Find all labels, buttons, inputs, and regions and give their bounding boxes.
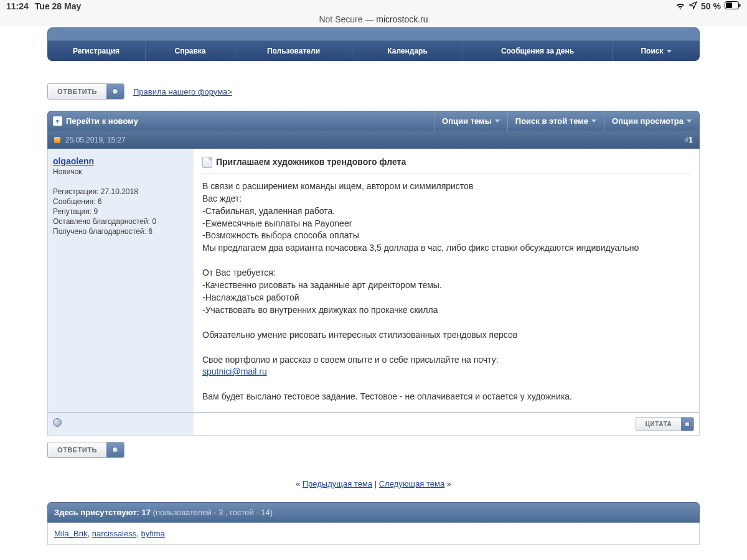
nav-registration[interactable]: Регистрация [47,41,146,61]
svg-rect-2 [740,4,741,7]
post-title: Приглашаем художников трендового флета [216,156,406,169]
nav-help[interactable]: Справка [146,41,235,61]
nav-calendar[interactable]: Календарь [352,41,463,61]
presence-header: Здесь присутствуют: 17 (пользователей - … [47,502,700,523]
circle-icon [112,88,118,95]
main-nav: Регистрация Справка Пользователи Календа… [47,41,700,61]
reply-button[interactable]: ОТВЕТИТЬ [47,83,125,100]
presence-users: Mila_Brik, narcissaless, byfima [47,523,700,545]
ipad-status-bar: 11:24 Tue 28 May 50 % [0,0,747,12]
quote-button[interactable]: ЦИТАТА [636,417,694,431]
contact-email-link[interactable]: sputnici@mail.ru [202,366,267,376]
user-registration: Регистрация: 27.10.2018 [53,187,189,196]
post-content: В связи с расширением команды ищем, авто… [202,180,690,403]
thread-toolbar: ▾ Перейти к новому Опции темы Поиск в эт… [47,111,700,131]
circle-icon [112,447,118,453]
browser-url-bar[interactable]: Not Secure — microstock.ru [0,12,747,26]
url-domain: microstock.ru [376,14,428,24]
user-reputation: Репутация: 9 [53,207,189,216]
prev-thread-link[interactable]: Предыдущая тема [303,479,372,488]
goto-new-button[interactable]: ▾ Перейти к новому [48,111,434,131]
user-thanks-given: Оставлено благодарностей: 0 [53,217,189,226]
document-icon [202,157,212,168]
location-icon [689,1,697,11]
battery-icon [725,1,741,11]
user-thanks-received: Получено благодарностей: 6 [53,227,189,236]
svg-rect-1 [726,2,732,8]
forum-header-stripe [47,27,700,41]
status-time: 11:24 [6,1,29,11]
forum-rules-link[interactable]: Правила нашего форума> [133,87,232,96]
battery-pct: 50 % [701,1,721,11]
chevron-down-icon [667,50,672,53]
nav-search[interactable]: Поиск [613,41,700,61]
thread-navigation: « Предыдущая тема | Следующая тема » [47,479,700,488]
post-permalink[interactable]: #1 [685,136,693,144]
presence-user-link[interactable]: byfima [141,529,164,538]
search-in-thread-menu[interactable]: Поиск в этой теме [507,111,604,131]
quote-icon [685,422,690,427]
nav-daily-posts[interactable]: Сообщения за день [463,41,613,61]
reply-button-bottom[interactable]: ОТВЕТИТЬ [47,442,125,458]
goto-new-icon: ▾ [53,116,62,126]
unread-indicator-icon [54,137,60,143]
username-link[interactable]: olgaolenn [53,156,94,166]
presence-user-link[interactable]: Mila_Brik [54,529,87,538]
user-offline-icon [53,418,62,427]
chevron-down-icon [591,119,596,123]
post-body: olgaolenn Новичок Регистрация: 27.10.201… [47,149,700,413]
view-options-menu[interactable]: Опции просмотра [604,111,699,131]
user-rank: Новичок [53,167,189,176]
reply-button-cap [106,442,124,457]
reply-button-cap [106,84,124,99]
user-info-panel: olgaolenn Новичок Регистрация: 27.10.201… [48,149,194,412]
status-date: Tue 28 May [35,1,81,11]
security-label: Not Secure — [319,14,376,24]
post-header: 25.05.2019, 15:27 #1 [47,131,700,149]
nav-users[interactable]: Пользователи [235,41,352,61]
chevron-down-icon [495,119,500,123]
presence-user-link[interactable]: narcissaless [92,529,137,538]
post-footer: ЦИТАТА [47,413,700,436]
message-column: Приглашаем художников трендового флета В… [194,149,699,412]
post-date: 25.05.2019, 15:27 [65,136,126,144]
wifi-icon [675,1,685,11]
quote-button-cap [681,418,693,431]
thread-options-menu[interactable]: Опции темы [434,111,507,131]
next-thread-link[interactable]: Следующая тема [379,479,445,488]
user-message-count: Сообщения: 6 [53,197,189,206]
chevron-down-icon [687,119,692,123]
